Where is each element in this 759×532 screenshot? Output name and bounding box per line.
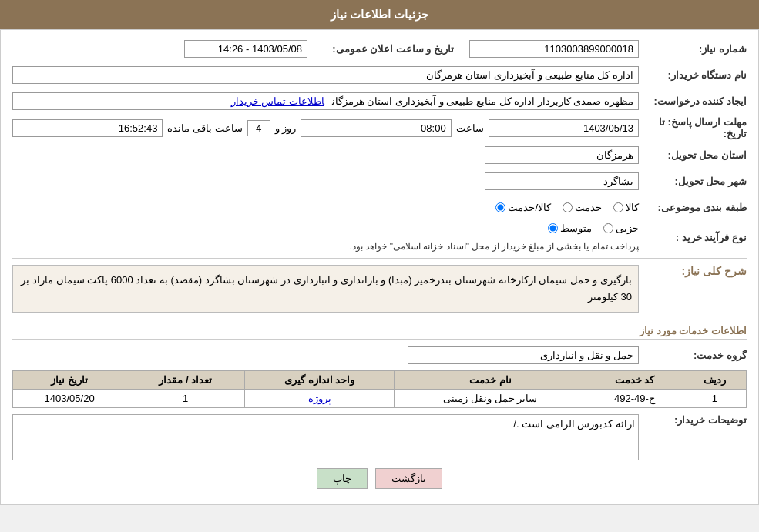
col-code: کد خدمت (586, 371, 683, 390)
cell-code: ح-49-492 (586, 390, 683, 408)
deadline-time: 08:00 (301, 119, 451, 137)
page-title: جزئیات اطلاعات نیاز (331, 8, 428, 21)
cell-date: 1403/05/20 (13, 390, 126, 408)
category-option-goods[interactable]: کالا (613, 202, 639, 213)
col-row: ردیف (683, 371, 746, 390)
service-group-value: حمل و نقل و انبارداری (408, 346, 639, 364)
category-option-both[interactable]: کالا/خدمت (495, 202, 551, 213)
process-label: نوع فرآیند خرید : (639, 232, 747, 243)
need-number-value: 1103003899000018 (469, 40, 639, 58)
category-option-service[interactable]: خدمت (563, 202, 602, 213)
announcement-date-label: تاریخ و ساعت اعلان عمومی: (307, 43, 454, 55)
process-option-partial[interactable]: جزیی (603, 223, 639, 234)
deadline-days (247, 120, 270, 136)
deadline-remaining: 16:52:43 (12, 119, 163, 137)
col-unit: واحد اندازه گیری (245, 371, 395, 390)
deadline-date: 1403/05/13 (489, 119, 639, 137)
buyer-desc-box: ارائه کدبورس الزامی است ./ (12, 414, 639, 460)
contact-link[interactable]: اطلاعات تماس خریدار (231, 95, 324, 107)
category-radio-group: کالا خدمت کالا/خدمت (495, 202, 639, 213)
services-table: ردیف کد خدمت نام خدمت واحد اندازه گیری ت… (12, 370, 747, 408)
summary-title: شرح کلی نیاز: (639, 265, 747, 277)
category-label: طبقه بندی موضوعی: (639, 202, 747, 213)
services-section-title: اطلاعات خدمات مورد نیاز (12, 325, 747, 340)
requester-text: مظهره صمدی کاربردار اداره کل منابع طبیعی… (332, 95, 633, 107)
category-both-label: کالا/خدمت (508, 202, 551, 213)
col-qty: تعداد / مقدار (126, 371, 245, 390)
category-goods-label: کالا (626, 202, 639, 213)
buyer-desc-value: ارائه کدبورس الزامی است ./ (513, 418, 635, 430)
col-date: تاریخ نیاز (13, 371, 126, 390)
service-group-label: گروه خدمت: (639, 350, 747, 361)
action-buttons: بازگشت چاپ (12, 468, 747, 489)
province-value: هرمزگان (485, 146, 639, 164)
buyer-org-value: اداره کل منابع طبیعی و آبخیزداری استان ه… (12, 66, 639, 84)
cell-qty: 1 (126, 390, 245, 408)
process-option-medium[interactable]: متوسط (548, 223, 592, 234)
deadline-time-label: ساعت (456, 122, 484, 134)
print-button[interactable]: چاپ (317, 468, 368, 489)
summary-content: بارگیری و حمل سیمان ازکارخانه شهرستان بن… (21, 274, 632, 303)
requester-value: مظهره صمدی کاربردار اداره کل منابع طبیعی… (12, 92, 639, 110)
summary-text: بارگیری و حمل سیمان ازکارخانه شهرستان بن… (12, 265, 639, 313)
announcement-date-value: 1403/05/08 - 14:26 (184, 40, 307, 58)
need-number-label: شماره نیاز: (639, 43, 747, 55)
col-name: نام خدمت (395, 371, 586, 390)
city-value: بشاگرد (485, 172, 639, 190)
buyer-desc-label: توضیحات خریدار: (639, 414, 747, 426)
requester-label: ایجاد کننده درخواست: (639, 95, 747, 107)
cell-row: 1 (683, 390, 746, 408)
city-label: شهر محل تحویل: (639, 176, 747, 187)
deadline-remaining-label: ساعت باقی مانده (167, 122, 242, 134)
buyer-org-label: نام دستگاه خریدار: (639, 69, 747, 81)
back-button[interactable]: بازگشت (375, 468, 442, 489)
deadline-days-label: روز و (275, 122, 297, 134)
cell-name: سایر حمل ونقل زمینی (395, 390, 586, 408)
category-service-label: خدمت (575, 202, 602, 213)
process-partial-label: جزیی (616, 223, 639, 234)
page-header: جزئیات اطلاعات نیاز (0, 0, 759, 29)
process-note: پرداخت تمام یا بخشی از مبلغ خریدار از مح… (350, 241, 639, 252)
process-medium-label: متوسط (560, 223, 592, 234)
table-row: 1 ح-49-492 سایر حمل ونقل زمینی پروژه 1 1… (13, 390, 747, 408)
cell-unit: پروژه (245, 390, 395, 408)
deadline-label: مهلت ارسال پاسخ: تا تاریخ: (639, 116, 747, 139)
province-label: استان محل تحویل: (639, 149, 747, 161)
